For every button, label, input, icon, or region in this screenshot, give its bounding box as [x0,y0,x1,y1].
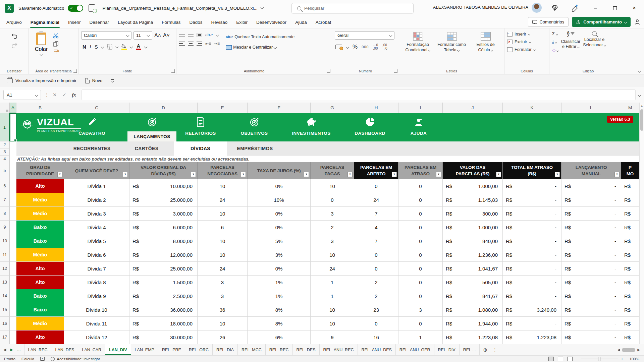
total-overdue-cell[interactable]: R$1.223,08 [503,330,561,344]
ribbon-tab[interactable]: Fórmulas [157,16,185,28]
installment-value-cell[interactable]: R$840,00 [443,234,503,248]
wrap-text-button[interactable]: ab↩ Quebrar Texto Automaticamente [224,34,296,40]
align-middle-icon[interactable] [188,33,194,37]
priority-cell[interactable]: Alto [16,276,64,289]
workbook-filename[interactable]: Planilha_de_Orçamento_Pessoal_e_Familiar… [103,6,258,11]
chevron-down-icon[interactable] [115,45,118,49]
total-overdue-cell[interactable]: R$- [503,179,561,193]
qat-overflow-icon[interactable] [111,79,114,82]
ribbon-tab[interactable]: Revisão [207,16,232,28]
column-header-m[interactable]: M [621,103,639,113]
excel-logo-icon[interactable]: X [5,4,14,13]
vertical-scroll-thumb[interactable] [640,109,643,131]
manual-entry-cell[interactable]: R$- [561,193,621,207]
original-value-cell[interactable]: R$25.000,00 [129,193,198,207]
interest-rate-cell[interactable]: 10% [248,193,311,207]
sheet-tab[interactable]: REL_PRE [158,344,185,355]
sheet-tab[interactable]: LAN_EMP [131,344,158,355]
insert-function-icon[interactable]: fx [72,92,76,98]
clipped-cell[interactable]: R$ [621,262,639,276]
undo-icon[interactable] [11,33,18,39]
row-header[interactable]: 4 [0,156,10,162]
accessibility-status[interactable]: Acessibilidade: investigar [51,357,100,361]
premium-gem-icon[interactable] [551,4,558,12]
manual-entry-cell[interactable]: R$- [561,317,621,330]
chevron-down-icon[interactable] [101,45,104,49]
overdue-installments-cell[interactable]: 0 [398,248,443,262]
column-header-g[interactable]: G [311,103,354,113]
chevron-down-icon[interactable] [216,33,219,37]
name-box[interactable]: A1 [3,90,41,100]
filter-dropdown-icon[interactable]: ▾ [191,172,196,177]
original-value-cell[interactable]: R$1.500,00 [129,276,198,289]
sheet-tab[interactable]: REL_DIA [213,344,238,355]
original-value-cell[interactable]: R$2.500,00 [129,289,198,303]
sheet-tab[interactable]: REL_DES [293,344,320,355]
ribbon-tab[interactable]: Página Inicial [26,16,64,28]
copy-icon[interactable] [53,41,59,47]
negotiated-installments-cell[interactable]: 10 [198,248,248,262]
paid-installments-cell[interactable]: 10 [311,248,354,262]
expand-formula-bar-icon[interactable] [638,93,641,97]
selected-cell-a1[interactable] [10,113,16,141]
search-box[interactable] [291,3,414,13]
menu-item-ajuda[interactable]: AJUDA [393,113,444,141]
scroll-right-icon[interactable]: ▶ [637,348,640,352]
manual-entry-cell[interactable]: R$- [561,207,621,221]
sheet-nav-right-icon[interactable]: ▶ [10,348,13,352]
filter-dropdown-icon[interactable]: ▾ [241,172,246,177]
total-overdue-cell[interactable]: R$- [503,221,561,234]
creditor-cell[interactable]: Dívida 9 [64,289,129,303]
row-header[interactable]: 17 [0,330,10,344]
close-button[interactable]: × [625,0,644,16]
formula-input[interactable] [82,89,636,100]
total-overdue-cell[interactable]: R$- [503,289,561,303]
row-header[interactable]: 10 [0,234,10,248]
paid-installments-cell[interactable]: 1 [311,276,354,289]
priority-cell[interactable]: Alto [16,262,64,276]
confirm-entry-icon[interactable]: ✓ [62,92,67,98]
row-header[interactable]: 8 [0,207,10,221]
total-overdue-cell[interactable]: R$- [503,317,561,330]
open-installments-cell[interactable]: 7 [354,207,398,221]
open-installments-cell[interactable]: 0 [354,248,398,262]
overdue-installments-cell[interactable]: 0 [398,276,443,289]
fill-color-icon[interactable] [121,44,127,50]
manual-entry-cell[interactable]: R$- [561,234,621,248]
installment-value-cell[interactable]: R$1.223,08 [443,330,503,344]
filter-dropdown-icon[interactable]: ▾ [436,172,441,177]
interest-rate-cell[interactable]: 0% [248,221,311,234]
cut-icon[interactable] [53,33,59,39]
filter-dropdown-icon[interactable]: ▾ [392,172,397,177]
italic-button[interactable]: I [90,44,91,50]
installment-value-cell[interactable]: R$1.000,00 [443,221,503,234]
interest-rate-cell[interactable]: 1% [248,289,311,303]
creditor-cell[interactable]: Dívida 11 [64,317,129,330]
creditor-cell[interactable]: Dívida 8 [64,276,129,289]
open-installments-cell[interactable]: 23 [354,303,398,317]
creditor-cell[interactable]: Dívida 6 [64,248,129,262]
clipped-cell[interactable]: R$ [621,193,639,207]
horizontal-scrollbar[interactable]: ◀ ▶ [613,344,644,355]
paid-installments-cell[interactable]: 10 [311,317,354,330]
overdue-installments-cell[interactable]: 0 [398,179,443,193]
column-header-h[interactable]: H [354,103,398,113]
align-top-icon[interactable] [179,33,185,37]
normal-view-icon[interactable] [548,357,554,361]
column-header-c[interactable]: C [64,103,129,113]
overdue-installments-cell[interactable]: 0 [398,193,443,207]
menu-item-relatorios[interactable]: RELATÓRIOS [175,113,226,141]
collapse-ribbon-icon[interactable] [638,69,641,73]
sheet-nav-left-icon[interactable]: ◀ [3,348,6,352]
borders-icon[interactable] [107,44,112,50]
overdue-installments-cell[interactable]: 0 [398,262,443,276]
negotiated-installments-cell[interactable]: 10 [198,234,248,248]
row-header[interactable]: 16 [0,317,10,330]
clipped-cell[interactable]: R$ [621,234,639,248]
installment-value-cell[interactable]: R$505,00 [443,276,503,289]
clear-button[interactable]: ◇ [552,48,558,53]
original-value-cell[interactable]: R$3.000,00 [129,207,198,221]
page-break-view-icon[interactable] [567,357,573,361]
autosum-button[interactable]: Σ [552,31,558,36]
filter-dropdown-icon[interactable]: ▾ [614,172,620,177]
